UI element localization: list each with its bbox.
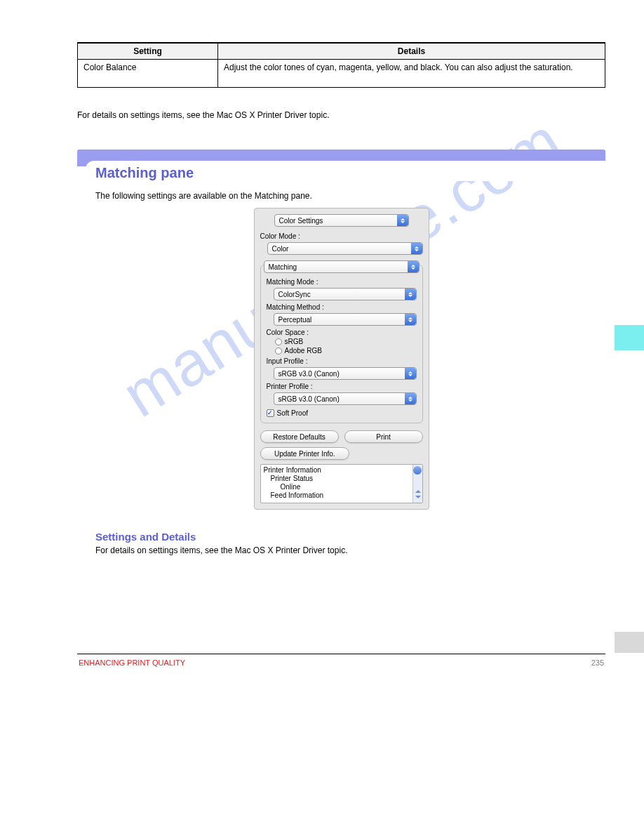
mac-dialog: Color Settings Color Mode : Color Matchi…	[254, 208, 429, 510]
note-text: For details on settings items, see the M…	[77, 109, 605, 121]
matching-method-value: Perceptual	[279, 316, 312, 324]
update-printer-info-button[interactable]: Update Printer Info.	[260, 447, 350, 460]
radio-icon	[275, 338, 282, 345]
panel-select[interactable]: Color Settings	[274, 214, 409, 227]
radio-adobergb[interactable]: Adobe RGB	[275, 347, 417, 355]
color-mode-value: Color	[272, 245, 289, 253]
soft-proof-label: Soft Proof	[277, 409, 308, 417]
input-profile-label: Input Profile :	[267, 357, 417, 365]
matching-method-select[interactable]: Perceptual	[274, 313, 417, 326]
footer-left: ENHANCING PRINT QUALITY	[79, 658, 185, 667]
checkbox-icon	[267, 409, 274, 417]
settings-table: Setting Details Color Balance Adjust the…	[77, 43, 605, 88]
printer-profile-value: sRGB v3.0 (Canon)	[279, 395, 340, 403]
chevron-updown-icon	[405, 393, 416, 404]
info-line: Printer Status	[271, 475, 420, 483]
settings-details-desc: For details on settings items, see the M…	[95, 545, 605, 555]
matching-mode-value: ColorSync	[279, 291, 311, 298]
heading-sub: The following settings are available on …	[95, 191, 605, 201]
footer-right: 235	[591, 658, 604, 667]
printer-info-box[interactable]: Printer Information Printer Status Onlin…	[260, 464, 423, 503]
settings-details-title: Settings and Details	[95, 531, 605, 543]
input-profile-select[interactable]: sRGB v3.0 (Canon)	[274, 367, 417, 380]
info-line: Printer Information	[264, 466, 420, 475]
side-tab-cyan	[615, 325, 644, 350]
info-line: Online	[281, 483, 420, 491]
page-footer: ENHANCING PRINT QUALITY 235	[77, 658, 605, 667]
table-header-setting: Setting	[78, 44, 218, 60]
radio-label: sRGB	[285, 338, 304, 345]
chevron-updown-icon	[405, 289, 416, 300]
input-profile-value: sRGB v3.0 (Canon)	[279, 370, 340, 378]
restore-defaults-button[interactable]: Restore Defaults	[260, 430, 339, 443]
matching-mode-select[interactable]: ColorSync	[274, 288, 417, 300]
radio-srgb[interactable]: sRGB	[275, 338, 417, 345]
scroll-thumb[interactable]	[413, 466, 422, 475]
bottom-rule	[77, 654, 605, 654]
chevron-updown-icon	[397, 215, 408, 226]
tab-select[interactable]: Matching	[264, 260, 420, 273]
info-line: Feed Information	[271, 491, 420, 500]
table-row: Adjust the color tones of cyan, magenta,…	[218, 60, 605, 88]
matching-fieldset: Matching Matching Mode : ColorSync Match…	[260, 265, 423, 423]
tab-label: Matching	[269, 263, 297, 271]
table-row: Color Balance	[78, 60, 218, 88]
print-button[interactable]: Print	[344, 430, 423, 443]
color-mode-label: Color Mode :	[260, 232, 423, 240]
chevron-updown-icon	[408, 261, 419, 272]
color-space-label: Color Space :	[267, 329, 417, 336]
soft-proof-checkbox[interactable]: Soft Proof	[267, 409, 417, 417]
side-tab-gray	[615, 632, 644, 653]
printer-profile-label: Printer Profile :	[267, 383, 417, 390]
matching-mode-label: Matching Mode :	[267, 278, 417, 286]
chevron-updown-icon	[405, 314, 416, 325]
chevron-updown-icon	[411, 243, 422, 254]
chevron-updown-icon	[405, 368, 416, 379]
table-header-details: Details	[218, 44, 605, 60]
color-mode-select[interactable]: Color	[267, 242, 423, 255]
radio-label: Adobe RGB	[285, 347, 322, 355]
panel-select-label: Color Settings	[279, 217, 323, 225]
heading-title: Matching pane	[95, 165, 598, 181]
matching-method-label: Matching Method :	[267, 303, 417, 311]
radio-icon	[275, 348, 282, 355]
printer-profile-select[interactable]: sRGB v3.0 (Canon)	[274, 392, 417, 405]
scrollbar[interactable]	[412, 465, 422, 503]
